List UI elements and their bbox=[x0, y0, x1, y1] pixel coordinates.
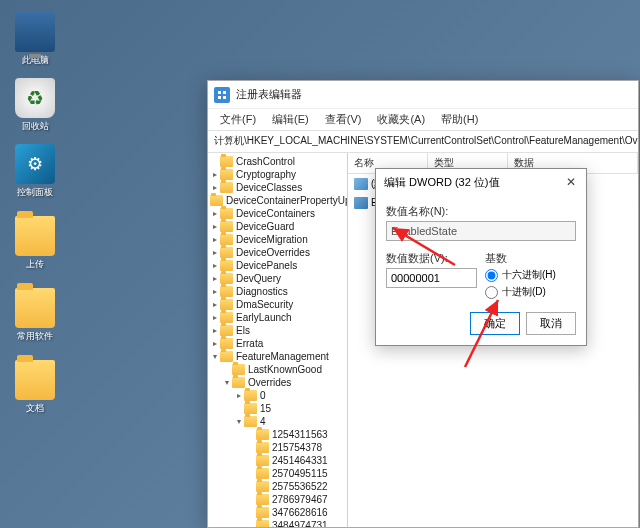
tree-label: DeviceMigration bbox=[236, 234, 308, 245]
folder-icon bbox=[232, 364, 245, 375]
expander-icon[interactable]: ▸ bbox=[210, 183, 220, 192]
menu-view[interactable]: 查看(V) bbox=[317, 109, 370, 130]
tree-node[interactable]: ▸Errata bbox=[208, 337, 347, 350]
tree-node[interactable]: DeviceContainerPropertyUpda bbox=[208, 194, 347, 207]
tree-node[interactable]: 3484974731 bbox=[208, 519, 347, 527]
desktop-icon-folder[interactable]: 常用软件 bbox=[8, 288, 62, 343]
expander-icon[interactable]: ▸ bbox=[234, 391, 244, 400]
close-icon[interactable]: ✕ bbox=[564, 176, 578, 190]
tree-node[interactable]: ▸0 bbox=[208, 389, 347, 402]
tree-node[interactable]: ▾FeatureManagement bbox=[208, 350, 347, 363]
tree-node[interactable]: ▸Diagnostics bbox=[208, 285, 347, 298]
tree-label: 3484974731 bbox=[272, 520, 328, 527]
radix-dec-radio[interactable] bbox=[485, 286, 498, 299]
menu-edit[interactable]: 编辑(E) bbox=[264, 109, 317, 130]
expander-icon[interactable]: ▸ bbox=[210, 313, 220, 322]
tree-label: DevicePanels bbox=[236, 260, 297, 271]
menubar: 文件(F) 编辑(E) 查看(V) 收藏夹(A) 帮助(H) bbox=[208, 109, 638, 131]
tree-node[interactable]: ▸EarlyLaunch bbox=[208, 311, 347, 324]
tree-node[interactable]: 2786979467 bbox=[208, 493, 347, 506]
folder-icon bbox=[220, 351, 233, 362]
dialog-title-text: 编辑 DWORD (32 位)值 bbox=[384, 175, 500, 190]
expander-icon[interactable]: ▸ bbox=[210, 170, 220, 179]
expander-icon[interactable]: ▾ bbox=[222, 378, 232, 387]
titlebar[interactable]: 注册表编辑器 bbox=[208, 81, 638, 109]
address-bar[interactable]: 计算机\HKEY_LOCAL_MACHINE\SYSTEM\CurrentCon… bbox=[208, 131, 638, 153]
expander-icon[interactable]: ▸ bbox=[210, 326, 220, 335]
folder-icon bbox=[220, 182, 233, 193]
svg-rect-0 bbox=[218, 91, 221, 94]
folder-icon bbox=[256, 442, 269, 453]
tree-node[interactable]: LastKnownGood bbox=[208, 363, 347, 376]
expander-icon[interactable]: ▸ bbox=[210, 235, 220, 244]
tree-node[interactable]: 215754378 bbox=[208, 441, 347, 454]
tree-node[interactable]: 3476628616 bbox=[208, 506, 347, 519]
tree-node[interactable]: 1254311563 bbox=[208, 428, 347, 441]
folder-icon bbox=[220, 208, 233, 219]
tree-label: 3476628616 bbox=[272, 507, 328, 518]
radix-hex-radio[interactable] bbox=[485, 269, 498, 282]
radix-dec-option[interactable]: 十进制(D) bbox=[485, 285, 576, 299]
tree-label: FeatureManagement bbox=[236, 351, 329, 362]
menu-file[interactable]: 文件(F) bbox=[212, 109, 264, 130]
expander-icon[interactable]: ▸ bbox=[210, 222, 220, 231]
tree-pane[interactable]: CrashControl▸Cryptography▸DeviceClassesD… bbox=[208, 153, 348, 527]
folder-icon bbox=[210, 195, 223, 206]
value-data-input[interactable] bbox=[386, 268, 477, 288]
edit-dword-dialog: 编辑 DWORD (32 位)值 ✕ 数值名称(N): 数值数据(V): 基数 … bbox=[375, 168, 587, 346]
base-label: 基数 bbox=[485, 251, 576, 266]
tree-label: 2786979467 bbox=[272, 494, 328, 505]
tree-node[interactable]: 2575536522 bbox=[208, 480, 347, 493]
tree-node[interactable]: ▸DeviceMigration bbox=[208, 233, 347, 246]
expander-icon[interactable]: ▸ bbox=[210, 261, 220, 270]
tree-node[interactable]: CrashControl bbox=[208, 155, 347, 168]
tree-node[interactable]: ▸DmaSecurity bbox=[208, 298, 347, 311]
tree-node[interactable]: ▸Cryptography bbox=[208, 168, 347, 181]
tree-node[interactable]: ▾4 bbox=[208, 415, 347, 428]
tree-node[interactable]: 2451464331 bbox=[208, 454, 347, 467]
desktop-icon-control[interactable]: 控制面板 bbox=[8, 144, 62, 199]
tree-node[interactable]: 15 bbox=[208, 402, 347, 415]
dialog-titlebar[interactable]: 编辑 DWORD (32 位)值 ✕ bbox=[376, 169, 586, 196]
folder-icon bbox=[220, 221, 233, 232]
tree-node[interactable]: ▸Els bbox=[208, 324, 347, 337]
tree-node[interactable]: ▸DevicePanels bbox=[208, 259, 347, 272]
cancel-button[interactable]: 取消 bbox=[526, 312, 576, 335]
desktop-icon-bin[interactable]: 回收站 bbox=[8, 78, 62, 133]
desktop-icon-pc[interactable]: 此电脑 bbox=[8, 12, 62, 67]
folder-icon bbox=[220, 247, 233, 258]
desktop-icon-folder[interactable]: 文档 bbox=[8, 360, 62, 415]
folder-icon bbox=[220, 169, 233, 180]
value-name-input bbox=[386, 221, 576, 241]
tree-node[interactable]: ▸DeviceClasses bbox=[208, 181, 347, 194]
desktop-icon-label: 常用软件 bbox=[8, 330, 62, 343]
tree-node[interactable]: ▸DeviceContainers bbox=[208, 207, 347, 220]
tree-label: Errata bbox=[236, 338, 263, 349]
tree-node[interactable]: ▸DevQuery bbox=[208, 272, 347, 285]
expander-icon[interactable]: ▸ bbox=[210, 300, 220, 309]
control-icon bbox=[15, 144, 55, 184]
tree-node[interactable]: ▾Overrides bbox=[208, 376, 347, 389]
folder-icon bbox=[15, 360, 55, 400]
expander-icon[interactable]: ▾ bbox=[234, 417, 244, 426]
expander-icon[interactable]: ▸ bbox=[210, 248, 220, 257]
expander-icon[interactable]: ▾ bbox=[210, 352, 220, 361]
expander-icon[interactable]: ▸ bbox=[210, 274, 220, 283]
tree-node[interactable]: ▸DeviceGuard bbox=[208, 220, 347, 233]
ok-button[interactable]: 确定 bbox=[470, 312, 520, 335]
tree-label: 215754378 bbox=[272, 442, 322, 453]
tree-label: 2451464331 bbox=[272, 455, 328, 466]
expander-icon[interactable]: ▸ bbox=[210, 209, 220, 218]
menu-favorites[interactable]: 收藏夹(A) bbox=[369, 109, 433, 130]
desktop-icon-folder[interactable]: 上传 bbox=[8, 216, 62, 271]
folder-icon bbox=[220, 299, 233, 310]
folder-icon bbox=[220, 156, 233, 167]
radix-hex-option[interactable]: 十六进制(H) bbox=[485, 268, 576, 282]
expander-icon[interactable]: ▸ bbox=[210, 339, 220, 348]
expander-icon[interactable]: ▸ bbox=[210, 287, 220, 296]
folder-icon bbox=[220, 338, 233, 349]
menu-help[interactable]: 帮助(H) bbox=[433, 109, 486, 130]
folder-icon bbox=[244, 416, 257, 427]
tree-node[interactable]: 2570495115 bbox=[208, 467, 347, 480]
tree-node[interactable]: ▸DeviceOverrides bbox=[208, 246, 347, 259]
